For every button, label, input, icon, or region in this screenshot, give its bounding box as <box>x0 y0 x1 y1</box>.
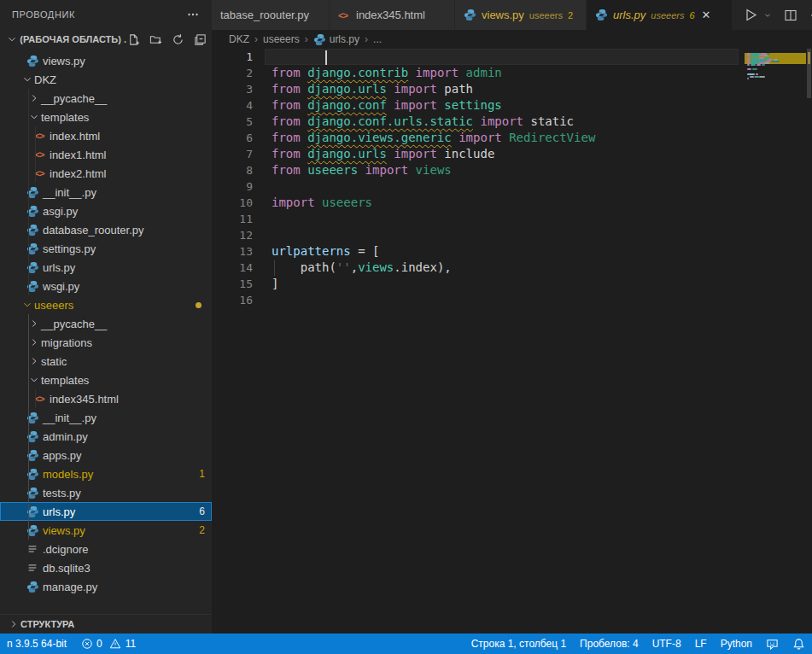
problems-badge: 6 <box>199 505 205 517</box>
sidebar-item--dcignore[interactable]: .dcignore <box>0 540 212 558</box>
file-label: index1.html <box>50 149 106 161</box>
sidebar-item-models-py[interactable]: models.py1 <box>0 464 212 483</box>
tab-label: tabase_roouter.py <box>220 9 309 21</box>
sidebar-item-index-html[interactable]: <>index.html <box>0 126 212 145</box>
code-line-4[interactable]: 4from django.conf import settings <box>212 97 812 114</box>
run-dropdown[interactable] <box>763 9 772 22</box>
breadcrumb-item-useeers[interactable]: useeers <box>263 33 300 45</box>
code-line-5[interactable]: 5from django.conf.urls.static import sta… <box>212 114 812 130</box>
code-line-10[interactable]: 10import useeers <box>212 195 812 211</box>
tab-problems-badge: 6 <box>689 10 694 20</box>
line-number: 11 <box>212 211 253 227</box>
code-line-6[interactable]: 6from django.views.generic import Redire… <box>212 130 812 146</box>
status-notifications[interactable] <box>786 634 812 654</box>
sidebar-item-templates[interactable]: templates <box>0 371 212 389</box>
code-line-12[interactable]: 12 <box>212 227 812 243</box>
status-language-mode[interactable]: Python <box>714 634 759 654</box>
code-line-3[interactable]: 3from django.urls import path <box>212 81 812 97</box>
doc-icon <box>26 542 39 556</box>
sidebar-item-asgi-py[interactable]: asgi.py <box>0 201 212 220</box>
file-label: DKZ <box>34 73 56 86</box>
status-eol[interactable]: LF <box>688 634 714 654</box>
sidebar-item-db-sqlite3[interactable]: db.sqlite3 <box>0 558 212 577</box>
sidebar-item-wsgi-py[interactable]: wsgi.py <box>0 277 212 295</box>
tab-urls-py[interactable]: urls.pyuseeers6✕ <box>587 0 732 30</box>
collapse-all-icon[interactable] <box>193 32 207 46</box>
tab-bar: tabase_roouter.py<>index345.htmlviews.py… <box>212 0 812 30</box>
code-editor[interactable]: 12from django.contrib import admin3from … <box>212 49 812 634</box>
sidebar-item-migrations[interactable]: migrations <box>0 333 212 352</box>
file-label: db.sqlite3 <box>43 562 91 575</box>
code-line-11[interactable]: 11 <box>212 211 812 227</box>
outline-section-header[interactable]: СТРУКТУРА <box>0 614 212 634</box>
sidebar-item-index1-html[interactable]: <>index1.html <box>0 145 212 164</box>
status-problems[interactable]: 011 <box>73 634 143 654</box>
chevron-down-icon <box>20 73 34 85</box>
tab-index345-html[interactable]: <>index345.html <box>330 0 454 30</box>
sidebar-item-index345-html[interactable]: <>index345.html <box>0 389 212 408</box>
code-line-7[interactable]: 7from django.urls import include <box>212 146 812 162</box>
scrollbar-slider[interactable] <box>807 49 811 98</box>
sidebar-item--init-py[interactable]: __init__.py <box>0 408 212 427</box>
code-line-1[interactable]: 1 <box>212 49 812 65</box>
run-button[interactable] <box>745 9 758 22</box>
warning-count: 11 <box>126 638 136 650</box>
close-icon[interactable]: ✕ <box>702 9 711 21</box>
code-line-2[interactable]: 2from django.contrib import admin <box>212 65 812 81</box>
code-line-16[interactable]: 16 <box>212 292 812 308</box>
split-editor-button[interactable] <box>784 9 797 22</box>
file-label: __pycache__ <box>41 92 107 105</box>
sidebar-item-database-roouter-py[interactable]: database_roouter.py <box>0 220 212 239</box>
ellipsis-icon[interactable] <box>186 8 200 21</box>
status-indentation[interactable]: Пробелов: 4 <box>573 634 646 654</box>
sidebar-item-views-py[interactable]: views.py2 <box>0 521 212 540</box>
sidebar-item-static[interactable]: static <box>0 352 212 371</box>
editor-group: tabase_roouter.py<>index345.htmlviews.py… <box>212 0 812 634</box>
status-encoding[interactable]: UTF-8 <box>646 634 688 654</box>
scrollbar[interactable] <box>806 49 812 634</box>
line-number: 2 <box>212 65 253 81</box>
sidebar-item-urls-py[interactable]: urls.py6 <box>0 502 212 521</box>
code-line-15[interactable]: 15] <box>212 276 812 292</box>
breadcrumb-item-dkz[interactable]: DKZ <box>229 33 249 45</box>
tab-detail: useeers <box>651 10 684 20</box>
breadcrumb-item--[interactable]: ... <box>373 33 382 45</box>
refresh-icon[interactable] <box>171 32 184 46</box>
sidebar-item--pycache-[interactable]: __pycache__ <box>0 314 212 333</box>
file-label: asgi.py <box>43 205 78 218</box>
new-file-icon[interactable] <box>126 32 140 46</box>
sidebar-item-settings-py[interactable]: settings.py <box>0 239 212 258</box>
sidebar-item-views-py[interactable]: views.py <box>0 51 212 70</box>
sidebar-item-urls-py[interactable]: urls.py <box>0 258 212 277</box>
file-label: .dcignore <box>43 543 88 556</box>
sidebar-item-admin-py[interactable]: admin.py <box>0 427 212 446</box>
workspace-section-header[interactable]: (РАБОЧАЯ ОБЛАСТЬ) ... <box>0 29 212 50</box>
file-label: templates <box>41 374 89 387</box>
chevron-down-icon <box>20 299 34 311</box>
status-feedback[interactable] <box>759 634 786 654</box>
code-line-8[interactable]: 8from useeers import views <box>212 162 812 178</box>
new-folder-icon[interactable] <box>149 32 162 46</box>
sidebar-item-tests-py[interactable]: tests.py <box>0 483 212 502</box>
tab-tabase-roouter-py[interactable]: tabase_roouter.py <box>212 0 329 30</box>
breadcrumb-item-urls-py[interactable]: urls.py <box>313 33 359 46</box>
line-number: 1 <box>212 49 253 65</box>
file-label: views.py <box>43 524 85 537</box>
code-line-9[interactable]: 9 <box>212 178 812 195</box>
code-line-14[interactable]: 14 path('',views.index), <box>212 260 812 276</box>
sidebar-item-dkz[interactable]: DKZ <box>0 70 212 89</box>
sidebar-item-useeers[interactable]: useeers <box>0 295 212 314</box>
sidebar-item-templates[interactable]: templates <box>0 108 212 126</box>
file-label: database_roouter.py <box>43 224 144 236</box>
status-python-interpreter[interactable]: n 3.9.5 64-bit <box>0 634 73 654</box>
minimap[interactable] <box>745 49 806 151</box>
sidebar-item--pycache-[interactable]: __pycache__ <box>0 89 212 108</box>
sidebar-item-manage-py[interactable]: manage.py <box>0 577 212 596</box>
sidebar-item-index2-html[interactable]: <>index2.html <box>0 164 212 183</box>
sidebar-item--init-py[interactable]: __init__.py <box>0 183 212 201</box>
tab-views-py[interactable]: views.pyuseeers2 <box>455 0 586 30</box>
sidebar-item-apps-py[interactable]: apps.py <box>0 446 212 464</box>
file-label: __init__.py <box>43 412 96 424</box>
status-cursor-position[interactable]: Строка 1, столбец 1 <box>464 634 573 654</box>
code-line-13[interactable]: 13urlpatterns = [ <box>212 243 812 260</box>
